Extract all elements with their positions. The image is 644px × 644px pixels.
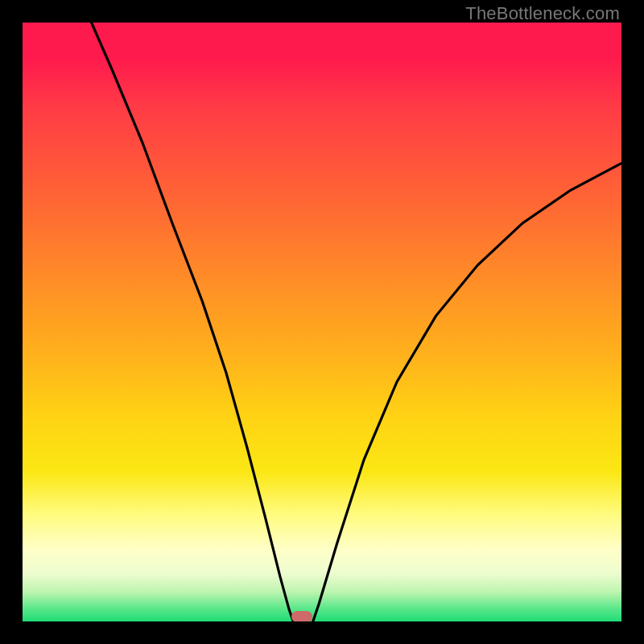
optimal-marker [291,611,312,621]
watermark-text: TheBottleneck.com [465,3,620,24]
chart-frame: TheBottleneck.com [0,0,644,644]
bottleneck-curve [23,23,621,621]
curve-left-path [92,23,294,621]
plot-area [23,23,621,621]
curve-right-path [313,163,621,621]
